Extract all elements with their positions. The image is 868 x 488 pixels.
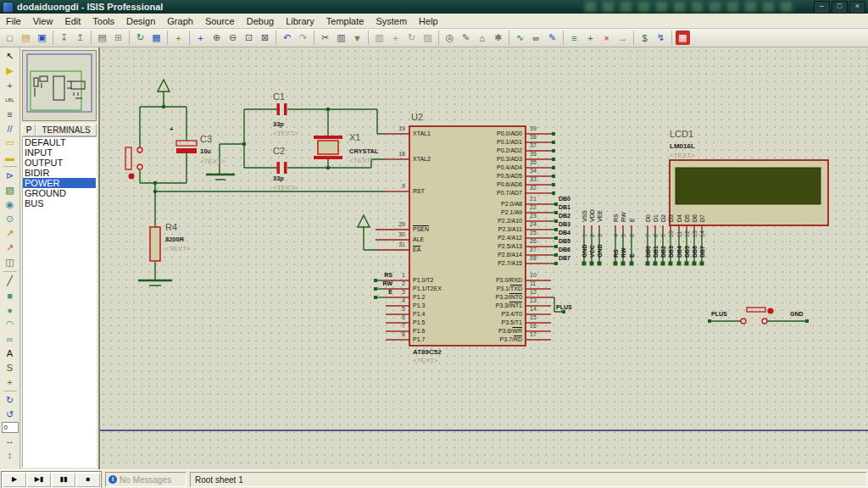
graphics-line-icon[interactable]: ╱ <box>3 274 18 288</box>
import-section-icon[interactable]: ↧ <box>57 30 71 45</box>
current-probe-mode-icon[interactable]: ↗ <box>3 241 18 255</box>
cut-icon[interactable]: ✂ <box>318 30 332 45</box>
menu-item-library[interactable]: Library <box>280 15 320 27</box>
generator-mode-icon[interactable]: ⊙ <box>3 213 18 226</box>
make-device-icon[interactable]: ✎ <box>459 30 473 45</box>
tape-recorder-mode-icon[interactable]: ◉ <box>3 198 18 212</box>
component-ref-c2: C2 <box>273 146 285 156</box>
origin-icon[interactable]: + <box>171 30 186 45</box>
wire-autorouter-icon[interactable]: ∿ <box>513 30 527 45</box>
block-move-icon[interactable]: + <box>388 30 403 45</box>
preview-window[interactable] <box>22 50 97 121</box>
pan-icon[interactable]: + <box>193 30 208 45</box>
graphics-circle-icon[interactable]: ● <box>3 303 18 317</box>
terminal-item-output[interactable]: OUTPUT <box>23 158 96 168</box>
remove-sheet-icon[interactable]: × <box>599 30 614 45</box>
menu-item-design[interactable]: Design <box>120 15 161 27</box>
selection-pointer-icon[interactable]: ↖ <box>3 50 18 64</box>
virtual-instrument-mode-icon[interactable]: ◫ <box>3 256 18 269</box>
terminal-item-power[interactable]: POWER <box>23 178 96 188</box>
mark-output-area-icon[interactable]: ⊞ <box>111 30 125 45</box>
property-assignment-icon[interactable]: ✎ <box>545 30 559 45</box>
zoom-area-icon[interactable]: ⊡ <box>242 30 256 45</box>
component-mode-icon[interactable]: ▶ <box>3 64 18 78</box>
menu-item-edit[interactable]: Edit <box>58 15 86 27</box>
open-folder-icon[interactable]: ▤ <box>19 30 33 45</box>
schematic-canvas[interactable]: XTAL119XTAL218RST9PSEN29ALE30EA31P1.0/T2… <box>99 47 868 469</box>
menu-item-template[interactable]: Template <box>320 15 370 27</box>
graphics-path-icon[interactable]: ∞ <box>3 332 18 346</box>
redraw-icon[interactable]: ↻ <box>133 30 147 45</box>
menu-item-tools[interactable]: Tools <box>86 15 120 27</box>
junction-dot-mode-icon[interactable]: + <box>3 79 18 92</box>
menu-item-graph[interactable]: Graph <box>161 15 199 27</box>
rotate-clockwise-icon[interactable]: ↻ <box>3 394 18 408</box>
maximize-button[interactable]: □ <box>832 1 848 14</box>
graphics-symbol-icon[interactable]: S <box>3 361 18 374</box>
text-script-mode-icon[interactable]: ≡ <box>3 108 18 121</box>
horizontal-mirror-icon[interactable]: ↔ <box>3 434 18 447</box>
electrical-check-icon[interactable]: ↯ <box>654 30 668 45</box>
schematic-drawing[interactable] <box>100 47 868 469</box>
bill-of-materials-icon[interactable]: $ <box>637 30 652 45</box>
zoom-out-icon[interactable]: ⊖ <box>225 30 240 45</box>
menu-item-view[interactable]: View <box>27 15 59 27</box>
terminal-item-ground[interactable]: GROUND <box>23 188 96 198</box>
graphics-box-icon[interactable]: ■ <box>3 289 18 302</box>
vertical-mirror-icon[interactable]: ↕ <box>3 448 18 462</box>
pick-parts-icon[interactable]: ◎ <box>442 30 457 45</box>
pause-button[interactable]: ▮▮ <box>52 473 75 487</box>
rotate-anticlockwise-icon[interactable]: ↺ <box>3 408 18 422</box>
minimize-button[interactable]: – <box>814 1 830 14</box>
terminal-item-bus[interactable]: BUS <box>23 198 96 208</box>
new-document-icon[interactable]: □ <box>3 30 17 45</box>
voltage-probe-mode-icon[interactable]: ↗ <box>3 227 18 241</box>
graph-mode-icon[interactable]: ▧ <box>3 184 18 197</box>
graphics-marker-icon[interactable]: + <box>3 375 18 389</box>
copy-icon[interactable]: ▥ <box>334 30 348 45</box>
play-button[interactable]: ▶ <box>3 473 26 487</box>
block-rotate-icon[interactable]: ↻ <box>404 30 419 45</box>
save-icon[interactable]: ▣ <box>35 30 49 45</box>
graphics-arc-icon[interactable]: ◠ <box>3 318 18 331</box>
toggle-grid-icon[interactable]: ▦ <box>149 30 164 45</box>
u2-pin-name-P13: P1.3 <box>413 302 425 308</box>
decompose-icon[interactable]: ✱ <box>491 30 505 45</box>
subcircuit-mode-icon[interactable]: ▭ <box>3 136 18 150</box>
new-sheet-icon[interactable]: + <box>583 30 598 45</box>
block-delete-icon[interactable]: ▨ <box>420 30 435 45</box>
zoom-all-icon[interactable]: ⊠ <box>258 30 272 45</box>
packaging-tool-icon[interactable]: ⌂ <box>475 30 489 45</box>
terminal-mode-icon[interactable]: ▬ <box>3 151 18 164</box>
undo-icon[interactable]: ↶ <box>280 30 294 45</box>
menu-item-system[interactable]: System <box>370 15 413 27</box>
search-tag-icon[interactable]: ∞ <box>529 30 543 45</box>
block-copy-icon[interactable]: ▥ <box>372 30 387 45</box>
export-section-icon[interactable]: ↥ <box>73 30 87 45</box>
net-label-db0: DB0 <box>559 196 570 202</box>
terminal-item-default[interactable]: DEFAULT <box>23 137 96 147</box>
menu-item-source[interactable]: Source <box>199 15 241 27</box>
rotation-angle-field[interactable]: 0 <box>2 422 19 433</box>
zoom-in-icon[interactable]: ⊕ <box>209 30 224 45</box>
netlist-to-ares-icon[interactable]: ▦ <box>676 30 690 45</box>
redo-icon[interactable]: ↷ <box>296 30 310 45</box>
paste-icon[interactable]: ▼ <box>350 30 364 45</box>
goto-sheet-icon[interactable]: → <box>615 30 630 45</box>
print-icon[interactable]: ▤ <box>95 30 109 45</box>
menu-item-file[interactable]: File <box>0 15 27 27</box>
bus-mode-icon[interactable]: // <box>3 122 18 136</box>
stop-button[interactable]: ■ <box>76 473 100 487</box>
graphics-text-icon[interactable]: A <box>3 347 18 360</box>
menu-item-debug[interactable]: Debug <box>241 15 280 27</box>
close-button[interactable]: × <box>849 1 865 14</box>
wire-label-mode-icon[interactable]: LBL <box>3 93 18 107</box>
pick-devices-button[interactable]: P <box>22 124 36 136</box>
step-button[interactable]: ▶▮ <box>27 473 51 487</box>
terminal-item-bidir[interactable]: BIDIR <box>23 168 96 178</box>
design-explorer-icon[interactable]: ≡ <box>567 30 581 45</box>
device-pin-mode-icon[interactable]: ⊳ <box>3 169 18 183</box>
terminal-item-input[interactable]: INPUT <box>23 147 96 158</box>
lcd-pin-number-6: 6 <box>629 234 635 237</box>
menu-item-help[interactable]: Help <box>413 15 444 27</box>
